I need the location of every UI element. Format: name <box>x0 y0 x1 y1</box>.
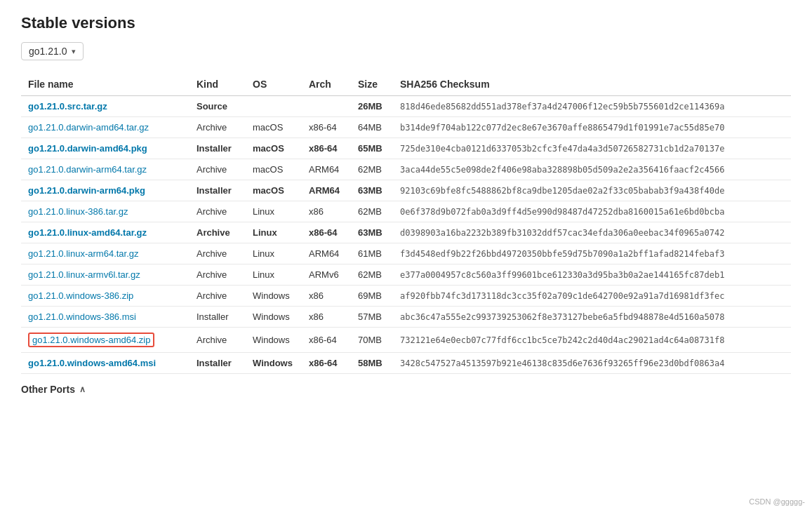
file-link[interactable]: go1.21.0.darwin-amd64.tar.gz <box>28 122 149 133</box>
file-link[interactable]: go1.21.0.darwin-amd64.pkg <box>28 143 147 154</box>
table-header: File name Kind OS Arch Size SHA256 Check… <box>21 73 791 96</box>
checksum-cell: 3aca44de55c5e098de2f406e98aba328898b05d5… <box>393 159 791 180</box>
size-cell: 63MB <box>351 180 393 201</box>
table-row: go1.21.0.windows-386.msiInstallerWindows… <box>21 307 791 328</box>
file-cell: go1.21.0.src.tar.gz <box>21 96 189 117</box>
file-link[interactable]: go1.21.0.windows-386.zip <box>28 290 133 301</box>
file-cell: go1.21.0.linux-armv6l.tar.gz <box>21 264 189 286</box>
kind-cell: Archive <box>189 243 246 264</box>
table-body: go1.21.0.src.tar.gzSource26MB818d46ede85… <box>21 96 791 374</box>
os-cell: macOS <box>246 138 302 159</box>
kind-cell: Installer <box>189 307 246 328</box>
table-row: go1.21.0.windows-amd64.msiInstallerWindo… <box>21 353 791 374</box>
file-cell: go1.21.0.linux-386.tar.gz <box>21 201 189 222</box>
arch-cell <box>302 96 351 117</box>
file-link[interactable]: go1.21.0.linux-amd64.tar.gz <box>28 227 147 238</box>
arch-cell: ARM64 <box>302 180 351 201</box>
kind-cell: Archive <box>189 222 246 243</box>
table-row: go1.21.0.linux-armv6l.tar.gzArchiveLinux… <box>21 264 791 286</box>
os-cell: Linux <box>246 264 302 286</box>
checksum-cell: d0398903a16ba2232b389fb31032ddf57cac34ef… <box>393 222 791 243</box>
kind-cell: Installer <box>189 180 246 201</box>
table-row: go1.21.0.src.tar.gzSource26MB818d46ede85… <box>21 96 791 117</box>
os-cell: Windows <box>246 353 302 374</box>
kind-cell: Source <box>189 96 246 117</box>
kind-cell: Archive <box>189 117 246 138</box>
table-row: go1.21.0.linux-arm64.tar.gzArchiveLinuxA… <box>21 243 791 264</box>
size-cell: 64MB <box>351 117 393 138</box>
file-cell: go1.21.0.darwin-arm64.pkg <box>21 180 189 201</box>
arch-cell: x86-64 <box>302 117 351 138</box>
col-header-filename: File name <box>21 73 189 96</box>
os-cell: Linux <box>246 201 302 222</box>
arch-cell: ARM64 <box>302 159 351 180</box>
size-cell: 62MB <box>351 201 393 222</box>
file-link[interactable]: go1.21.0.windows-amd64.zip <box>32 335 150 345</box>
file-cell: go1.21.0.windows-386.zip <box>21 286 189 307</box>
kind-cell: Archive <box>189 328 246 353</box>
col-header-kind: Kind <box>189 73 246 96</box>
arch-cell: x86 <box>302 286 351 307</box>
file-cell: go1.21.0.darwin-amd64.pkg <box>21 138 189 159</box>
arch-cell: x86-64 <box>302 222 351 243</box>
version-arrow: ▾ <box>72 47 76 56</box>
other-ports-chevron: ∧ <box>79 384 86 394</box>
arch-cell: x86 <box>302 307 351 328</box>
os-cell: Linux <box>246 243 302 264</box>
table-row: go1.21.0.darwin-amd64.pkgInstallermacOSx… <box>21 138 791 159</box>
other-ports-section[interactable]: Other Ports ∧ <box>21 384 791 395</box>
file-cell: go1.21.0.linux-arm64.tar.gz <box>21 243 189 264</box>
kind-cell: Installer <box>189 353 246 374</box>
file-link[interactable]: go1.21.0.linux-arm64.tar.gz <box>28 248 139 259</box>
file-link[interactable]: go1.21.0.src.tar.gz <box>28 101 107 112</box>
col-header-sha: SHA256 Checksum <box>393 73 791 96</box>
kind-cell: Installer <box>189 138 246 159</box>
arch-cell: x86 <box>302 201 351 222</box>
os-cell: Linux <box>246 222 302 243</box>
col-header-os: OS <box>246 73 302 96</box>
file-link[interactable]: go1.21.0.darwin-arm64.tar.gz <box>28 164 147 175</box>
file-cell: go1.21.0.darwin-arm64.tar.gz <box>21 159 189 180</box>
file-link[interactable]: go1.21.0.linux-armv6l.tar.gz <box>28 269 140 280</box>
os-cell: Windows <box>246 286 302 307</box>
page-title: Stable versions <box>21 14 791 32</box>
os-cell: macOS <box>246 117 302 138</box>
col-header-arch: Arch <box>302 73 351 96</box>
file-link[interactable]: go1.21.0.linux-386.tar.gz <box>28 206 128 217</box>
version-selector[interactable]: go1.21.0 ▾ <box>21 42 84 60</box>
table-row: go1.21.0.linux-amd64.tar.gzArchiveLinuxx… <box>21 222 791 243</box>
size-cell: 62MB <box>351 159 393 180</box>
file-link[interactable]: go1.21.0.windows-amd64.msi <box>28 358 156 368</box>
arch-cell: ARMv6 <box>302 264 351 286</box>
size-cell: 65MB <box>351 138 393 159</box>
file-cell: go1.21.0.windows-amd64.msi <box>21 353 189 374</box>
size-cell: 63MB <box>351 222 393 243</box>
checksum-cell: b314de9f704ab122c077d2ec8e67e3670affe886… <box>393 117 791 138</box>
arch-cell: x86-64 <box>302 138 351 159</box>
checksum-cell: e377a0004957c8c560a3ff99601bce612330a3d9… <box>393 264 791 286</box>
arch-cell: x86-64 <box>302 353 351 374</box>
checksum-cell: 732121e64e0ecb07c77fdf6cc1bc5ce7b242c2d4… <box>393 328 791 353</box>
checksum-cell: 92103c69bfe8fc5488862bf8ca9dbe1205dae02a… <box>393 180 791 201</box>
size-cell: 62MB <box>351 264 393 286</box>
file-cell: go1.21.0.windows-amd64.zip <box>21 328 189 353</box>
table-row: go1.21.0.linux-386.tar.gzArchiveLinuxx86… <box>21 201 791 222</box>
checksum-cell: f3d4548edf9b22f26bbd49720350bbfe59d75b70… <box>393 243 791 264</box>
col-header-size: Size <box>351 73 393 96</box>
downloads-table: File name Kind OS Arch Size SHA256 Check… <box>21 73 791 374</box>
os-cell: Windows <box>246 328 302 353</box>
kind-cell: Archive <box>189 286 246 307</box>
size-cell: 57MB <box>351 307 393 328</box>
file-link[interactable]: go1.21.0.windows-386.msi <box>28 311 136 322</box>
checksum-cell: 818d46ede85682dd551ad378ef37a4d247006f12… <box>393 96 791 117</box>
file-cell: go1.21.0.darwin-amd64.tar.gz <box>21 117 189 138</box>
table-row: go1.21.0.darwin-arm64.tar.gzArchivemacOS… <box>21 159 791 180</box>
size-cell: 61MB <box>351 243 393 264</box>
checksum-cell: 0e6f378d9b072fab0a3d9ff4d5e990d98487d472… <box>393 201 791 222</box>
size-cell: 58MB <box>351 353 393 374</box>
file-link[interactable]: go1.21.0.darwin-arm64.pkg <box>28 185 145 196</box>
version-label: go1.21.0 <box>29 46 67 57</box>
table-row: go1.21.0.windows-amd64.zipArchiveWindows… <box>21 328 791 353</box>
kind-cell: Archive <box>189 264 246 286</box>
table-row: go1.21.0.darwin-amd64.tar.gzArchivemacOS… <box>21 117 791 138</box>
